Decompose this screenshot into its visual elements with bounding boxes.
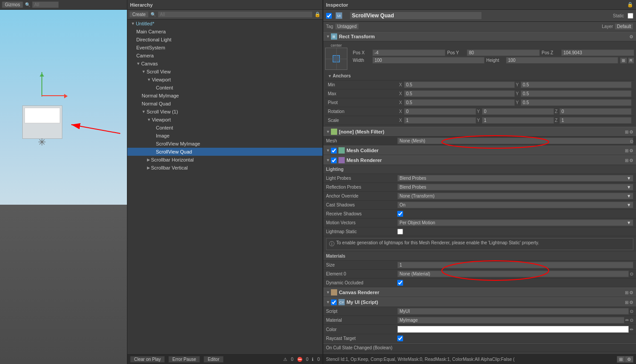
reset-button[interactable]: R (628, 57, 635, 64)
color-edit-icon[interactable]: ✏ (630, 327, 633, 332)
tree-item-canvas[interactable]: ▼ Canvas (127, 60, 322, 68)
tree-item-scroll-view[interactable]: ▼ Scroll View (127, 68, 322, 76)
motion-vectors-dropdown[interactable]: Per Object Motion▼ (397, 219, 633, 226)
my-ui-copy-icon[interactable]: ⊞ (625, 300, 628, 305)
tree-item-content-2[interactable]: Content (127, 124, 322, 132)
mesh-collider-collapse[interactable]: ▼ (326, 148, 330, 153)
scale-x-input[interactable] (404, 117, 476, 124)
mesh-pick-icon[interactable]: ⊙ (630, 138, 633, 143)
tree-item-scrollbar-horizontal[interactable]: ▶ Scrollbar Horizontal (127, 156, 322, 164)
element0-dropdown[interactable]: None (Material) (397, 271, 629, 277)
mesh-renderer-enabled[interactable] (331, 158, 337, 163)
lightmap-static-checkbox[interactable] (397, 229, 403, 235)
stencil-settings-button[interactable]: ⚙ (625, 356, 633, 363)
gizmos-button[interactable]: Gizmos (2, 1, 23, 8)
rot-z-input[interactable] (559, 108, 632, 115)
tree-item-viewport-2[interactable]: ▼ Viewport (127, 116, 322, 124)
scroll-view1-collapse-arrow[interactable]: ▼ (142, 109, 146, 114)
tree-item-content-1[interactable]: Content (127, 84, 322, 92)
viewport2-collapse-arrow[interactable]: ▼ (147, 117, 151, 122)
rect-transform-collapse[interactable]: ▼ (326, 34, 330, 39)
material-pick-icon[interactable]: ⊙ (630, 318, 633, 323)
material-dropdown[interactable]: MyImage (397, 317, 624, 324)
stencil-copy-button[interactable]: ⊞ (617, 356, 625, 363)
anchors-collapse[interactable]: ▼ (328, 74, 332, 78)
anchor-override-dropdown[interactable]: None (Transform)▼ (397, 193, 633, 199)
mesh-dropdown[interactable]: None (Mesh) (397, 138, 633, 144)
tree-item-normal-quad[interactable]: Normal Quad (127, 100, 322, 108)
pivot-x-input[interactable] (404, 99, 515, 106)
viewport1-collapse-arrow[interactable]: ▼ (147, 77, 151, 82)
posz-input[interactable] (561, 49, 634, 56)
tree-item-directional-light[interactable]: Directional Light (127, 36, 322, 44)
canvas-renderer-collapse[interactable]: ▼ (326, 290, 330, 295)
min-y-input[interactable] (521, 81, 632, 88)
error-pause-button[interactable]: Error Pause (168, 356, 200, 363)
mesh-renderer-settings-icon[interactable]: ⚙ (629, 158, 633, 163)
tree-item-scrollview-myimage[interactable]: ScrollView MyImage (127, 140, 322, 148)
scrollbar-v-collapse-arrow[interactable]: ▶ (147, 166, 150, 170)
rect-transform-settings-icon[interactable]: ⚙ (629, 34, 633, 39)
tree-item-main-camera[interactable]: Main Camera (127, 28, 322, 36)
receive-shadows-checkbox[interactable] (397, 211, 403, 217)
rot-x-input[interactable] (404, 108, 476, 115)
material-edit-icon[interactable]: ✏ (625, 318, 629, 323)
scene-root-item[interactable]: ▼ Untitled* (127, 20, 322, 28)
tree-item-scrollview-quad[interactable]: ScrollView Quad (127, 148, 322, 156)
mesh-renderer-copy-icon[interactable]: ⊞ (625, 158, 628, 163)
create-button[interactable]: Create (129, 11, 149, 18)
scale-z-input[interactable] (559, 117, 632, 124)
tree-item-eventsystem[interactable]: EventSystem (127, 44, 322, 52)
mesh-collider-enabled[interactable] (331, 148, 337, 154)
dynamic-occluded-checkbox[interactable] (397, 280, 403, 286)
scrollbar-h-collapse-arrow[interactable]: ▶ (147, 158, 150, 162)
mesh-collider-settings-icon[interactable]: ⚙ (629, 148, 633, 153)
hierarchy-lock-icon[interactable]: 🔒 (314, 12, 321, 17)
max-x-input[interactable] (404, 90, 515, 97)
my-ui-collapse[interactable]: ▼ (326, 300, 330, 304)
mesh-collider-copy-icon[interactable]: ⊞ (625, 148, 628, 153)
mesh-filter-copy-icon[interactable]: ⊞ (625, 129, 628, 134)
resize-button[interactable]: ⊞ (620, 57, 627, 64)
size-input[interactable] (397, 262, 633, 268)
editor-button[interactable]: Editor (204, 356, 223, 363)
posx-input[interactable] (372, 49, 445, 56)
min-x-input[interactable] (404, 81, 515, 88)
canvas-renderer-settings-icon[interactable]: ⚙ (629, 290, 633, 295)
reflection-probes-dropdown[interactable]: Blend Probes▼ (397, 184, 633, 190)
script-dropdown[interactable]: MyUI (397, 308, 629, 315)
mesh-renderer-collapse[interactable]: ▼ (326, 158, 330, 162)
my-ui-settings-icon[interactable]: ⚙ (629, 300, 633, 305)
posy-input[interactable] (467, 49, 540, 56)
mesh-filter-collapse[interactable]: ▼ (326, 129, 330, 134)
scroll-view-collapse-arrow[interactable]: ▼ (142, 69, 146, 74)
anchor-visual[interactable] (325, 48, 347, 70)
color-picker[interactable] (397, 326, 629, 333)
scene-search-input[interactable] (32, 1, 59, 8)
object-name-input[interactable] (350, 12, 482, 20)
cast-shadows-dropdown[interactable]: On▼ (397, 202, 633, 208)
max-y-input[interactable] (521, 90, 632, 97)
pivot-y-input[interactable] (521, 99, 632, 106)
element0-pick-icon[interactable]: ⊙ (630, 271, 633, 276)
hierarchy-search-input[interactable] (158, 11, 313, 18)
layer-dropdown[interactable]: Default (615, 23, 633, 30)
object-enabled-checkbox[interactable] (326, 13, 332, 19)
clear-on-play-button[interactable]: Clear on Play (130, 356, 165, 363)
mesh-filter-settings-icon[interactable]: ⚙ (629, 129, 633, 134)
inspector-lock-icon[interactable]: 🔒 (627, 2, 633, 8)
tree-item-image[interactable]: Image (127, 132, 322, 140)
tree-item-normal-myimage[interactable]: Normal MyImage (127, 92, 322, 100)
canvas-collapse-arrow[interactable]: ▼ (136, 61, 140, 66)
tree-item-camera[interactable]: Camera (127, 52, 322, 60)
tree-item-viewport-1[interactable]: ▼ Viewport (127, 76, 322, 84)
scene-canvas[interactable]: ✳ (0, 10, 127, 364)
raycast-target-checkbox[interactable] (397, 336, 403, 341)
light-probes-dropdown[interactable]: Blend Probes▼ (397, 175, 633, 182)
tree-item-scroll-view-1[interactable]: ▼ Scroll View (1) (127, 108, 322, 116)
script-pick-icon[interactable]: ⊙ (630, 309, 633, 314)
tree-item-scrollbar-vertical[interactable]: ▶ Scrollbar Vertical (127, 164, 322, 172)
static-checkbox[interactable] (628, 13, 633, 19)
height-input[interactable] (506, 57, 618, 64)
scale-y-input[interactable] (482, 117, 554, 124)
